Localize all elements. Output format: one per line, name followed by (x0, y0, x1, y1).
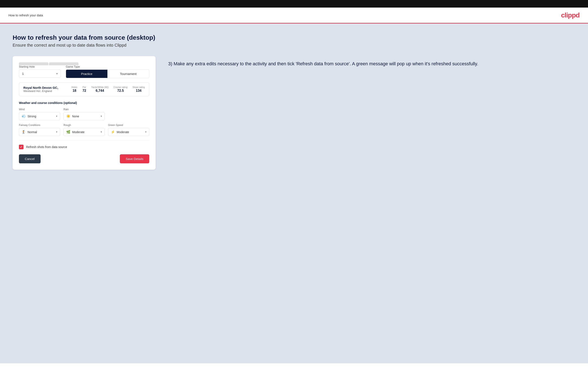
yards-value: 6,744 (91, 89, 108, 92)
rough-value: Moderate (72, 130, 99, 134)
form-card: Starting Hole 1 ▾ Game Type Practice Tou… (13, 56, 156, 170)
starting-hole-value: 1 (22, 72, 56, 75)
fairway-select[interactable]: 🏌️ Normal ▾ (19, 128, 60, 136)
page-heading: How to refresh your data from source (de… (13, 34, 575, 41)
green-speed-label: Green Speed (108, 124, 149, 127)
starting-hole-select[interactable]: 1 ▾ (19, 69, 61, 78)
starting-hole-row: Starting Hole 1 ▾ Game Type Practice Tou… (19, 65, 149, 78)
rain-value: None (72, 115, 99, 118)
fairway-label: Fairway Conditions (19, 124, 60, 127)
conditions-grid-row1: Wind 💨 Strong ▾ Rain ☀️ None ▾ (19, 108, 149, 120)
course-info-box: Royal North Devon GC, Westward Ho!, Engl… (19, 82, 149, 96)
save-button[interactable]: Save Details (120, 154, 149, 163)
rough-icon: 🌿 (66, 130, 70, 134)
page-subheading: Ensure the correct and most up to date d… (13, 43, 575, 48)
par-stat: Par 72 (82, 86, 86, 92)
divider (19, 140, 149, 141)
holes-stat: Holes 18 (71, 86, 77, 92)
main-content: How to refresh your data from source (de… (0, 24, 588, 363)
content-area: Starting Hole 1 ▾ Game Type Practice Tou… (13, 56, 575, 170)
rough-select[interactable]: 🌿 Moderate ▾ (63, 128, 105, 136)
side-text: 3) Make any extra edits necessary to the… (168, 56, 575, 67)
wind-icon: 💨 (22, 114, 26, 118)
wind-select[interactable]: 💨 Strong ▾ (19, 112, 60, 120)
slope-rating-stat: Slope rating 134 (132, 86, 145, 92)
conditions-section-title: Weather and course conditions (optional) (19, 101, 149, 105)
fairway-group: Fairway Conditions 🏌️ Normal ▾ (19, 124, 60, 136)
refresh-checkbox[interactable] (19, 145, 24, 149)
slope-rating-value: 134 (132, 89, 145, 92)
tab-above-2 (49, 62, 78, 65)
rain-icon: ☀️ (66, 114, 70, 118)
wind-group: Wind 💨 Strong ▾ (19, 108, 60, 120)
course-name: Royal North Devon GC, (23, 86, 66, 89)
par-label: Par (82, 86, 86, 88)
starting-hole-label: Starting Hole (19, 65, 61, 68)
practice-button[interactable]: Practice (66, 70, 108, 78)
holes-label: Holes (71, 86, 77, 88)
fairway-value: Normal (27, 130, 54, 134)
rough-group: Rough 🌿 Moderate ▾ (63, 124, 105, 136)
fairway-icon: 🏌️ (22, 130, 26, 134)
wind-label: Wind (19, 108, 60, 111)
game-type-group: Game Type Practice Tournament (66, 65, 149, 78)
holes-value: 18 (71, 89, 77, 92)
conditions-grid-row2: Fairway Conditions 🏌️ Normal ▾ Rough 🌿 M… (19, 124, 149, 136)
green-speed-group: Green Speed ⚡ Moderate ▾ (108, 124, 149, 136)
par-value: 72 (82, 89, 86, 92)
green-speed-chevron-icon: ▾ (145, 131, 147, 133)
course-rating-value: 72.5 (113, 89, 127, 92)
logo: clippd (561, 11, 579, 19)
yards-stat: Yards/White (M)) 6,744 (91, 86, 108, 92)
fairway-chevron-icon: ▾ (56, 131, 57, 133)
rain-label: Rain (63, 108, 105, 111)
green-speed-select[interactable]: ⚡ Moderate ▾ (108, 128, 149, 136)
footer: Copyright Clippd 2022 (0, 363, 588, 367)
course-name-block: Royal North Devon GC, Westward Ho!, Engl… (23, 86, 66, 92)
yards-label: Yards/White (M)) (91, 86, 108, 88)
wind-value: Strong (27, 115, 54, 118)
green-speed-icon: ⚡ (111, 130, 115, 134)
tab-above-bar (19, 62, 149, 65)
tournament-button[interactable]: Tournament (107, 70, 149, 78)
rain-group: Rain ☀️ None ▾ (63, 108, 105, 120)
game-type-label: Game Type (66, 65, 149, 68)
rain-chevron-icon: ▾ (101, 115, 102, 117)
side-description: 3) Make any extra edits necessary to the… (168, 60, 575, 67)
course-rating-stat: Course rating 72.5 (113, 86, 127, 92)
cancel-button[interactable]: Cancel (19, 154, 41, 163)
header-title: How to refresh your data (9, 13, 43, 17)
course-location: Westward Ho!, England (23, 89, 66, 92)
game-type-buttons: Practice Tournament (66, 69, 149, 78)
slope-rating-label: Slope rating (132, 86, 145, 88)
button-row: Cancel Save Details (19, 154, 149, 163)
rough-label: Rough (63, 124, 105, 127)
course-rating-label: Course rating (113, 86, 127, 88)
starting-hole-chevron-icon: ▾ (56, 72, 58, 75)
refresh-label: Refresh shots from data source (26, 145, 67, 149)
tab-above-1 (19, 62, 48, 65)
starting-hole-group: Starting Hole 1 ▾ (19, 65, 61, 78)
rough-chevron-icon: ▾ (101, 131, 102, 133)
wind-chevron-icon: ▾ (56, 115, 57, 117)
top-bar (0, 0, 588, 8)
refresh-checkbox-row: Refresh shots from data source (19, 145, 149, 149)
green-speed-value: Moderate (117, 130, 144, 134)
rain-select[interactable]: ☀️ None ▾ (63, 112, 105, 120)
header: How to refresh your data clippd (0, 8, 588, 24)
